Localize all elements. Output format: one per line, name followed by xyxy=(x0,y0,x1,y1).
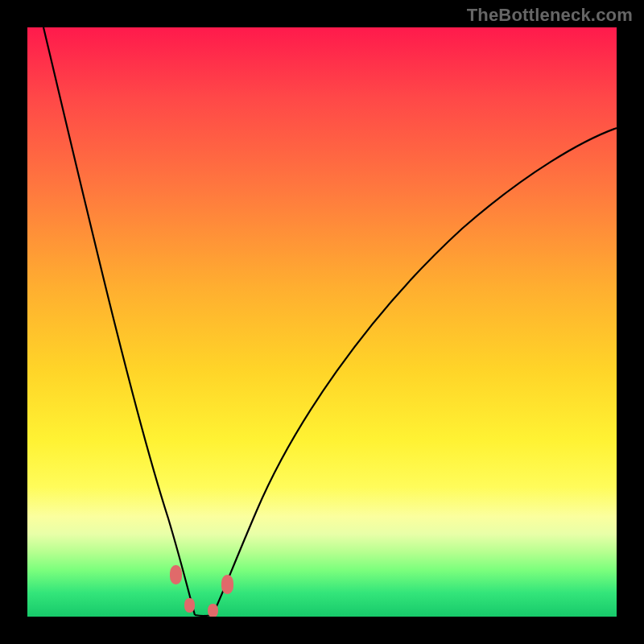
curve-marker-right-upper xyxy=(221,575,233,594)
bottleneck-curve-svg xyxy=(27,27,617,617)
watermark-text: TheBottleneck.com xyxy=(467,5,633,26)
curve-marker-left-upper xyxy=(170,565,182,584)
curve-marker-left-lower xyxy=(184,598,195,613)
curve-left-branch xyxy=(43,27,195,615)
curve-right-branch xyxy=(213,128,617,615)
chart-plot-area xyxy=(27,27,617,617)
curve-marker-right-lower xyxy=(208,604,218,617)
